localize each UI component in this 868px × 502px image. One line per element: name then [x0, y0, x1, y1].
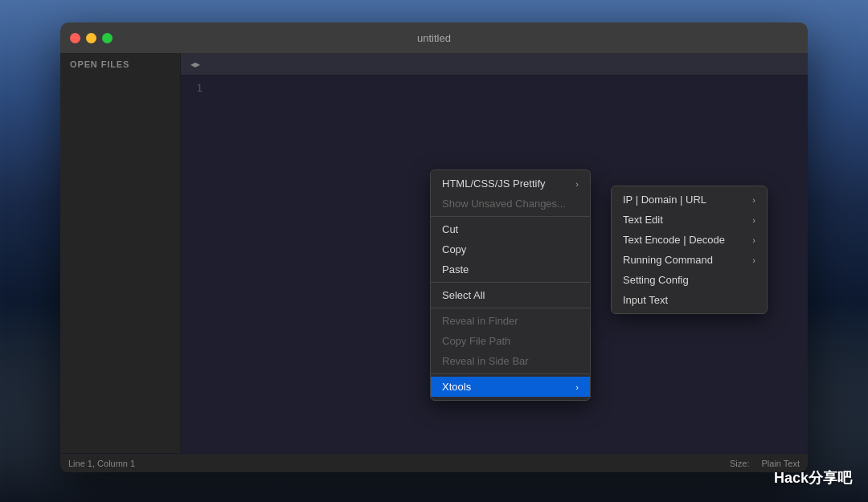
window-body: OPEN FILES ◂▸ 1 HTML/CSS/JS Prettify›Sho…	[60, 53, 808, 453]
editor-toolbar: ◂▸	[181, 53, 808, 76]
submenu-label-text-edit: Text Edit	[623, 214, 663, 226]
editor-area[interactable]: ◂▸ 1 HTML/CSS/JS Prettify›Show Unsaved C…	[181, 53, 808, 453]
submenu-label-setting-config: Setting Config	[623, 274, 689, 286]
menu-item-select-all[interactable]: Select All	[431, 285, 590, 305]
menu-item-label-copy: Copy	[442, 243, 466, 255]
menu-item-label-show-unsaved: Show Unsaved Changes...	[442, 198, 566, 210]
title-bar: untitled	[60, 22, 808, 53]
menu-separator-paste	[431, 282, 590, 283]
status-right: Size: Plain Text	[730, 459, 800, 468]
menu-item-html-prettify[interactable]: HTML/CSS/JS Prettify›	[431, 173, 590, 194]
menu-item-label-cut: Cut	[442, 223, 458, 235]
menu-item-label-paste: Paste	[442, 263, 469, 275]
submenu-item-ip-domain-url[interactable]: IP | Domain | URL›	[612, 190, 767, 210]
menu-item-label-xtools: Xtools	[442, 381, 471, 393]
format-label: Plain Text	[762, 459, 800, 468]
menu-item-reveal-finder: Reveal in Finder	[431, 311, 590, 331]
close-button[interactable]	[70, 33, 80, 43]
menu-item-copy-file-path: Copy File Path	[431, 331, 590, 351]
submenu-label-ip-domain-url: IP | Domain | URL	[623, 194, 706, 206]
submenu-arrow-ip-domain-url: ›	[752, 195, 755, 205]
submenu: IP | Domain | URL›Text Edit›Text Encode …	[611, 186, 768, 314]
menu-item-xtools[interactable]: Xtools›	[431, 377, 590, 397]
line-number-1: 1	[187, 80, 203, 97]
sidebar: OPEN FILES	[60, 53, 181, 453]
submenu-item-input-text[interactable]: Input Text	[612, 290, 767, 310]
menu-separator-show-unsaved	[431, 216, 590, 217]
maximize-button[interactable]	[102, 33, 113, 43]
menu-item-label-copy-file-path: Copy File Path	[442, 335, 510, 347]
menu-item-label-select-all: Select All	[442, 289, 485, 301]
submenu-label-text-encode-decode: Text Encode | Decode	[623, 234, 725, 246]
submenu-arrow-running-command: ›	[752, 255, 755, 265]
menu-item-paste[interactable]: Paste	[431, 259, 590, 280]
menu-item-label-html-prettify: HTML/CSS/JS Prettify	[442, 178, 546, 190]
size-label: Size:	[730, 459, 749, 468]
watermark-text: Hack分享吧	[774, 470, 852, 486]
line-numbers: 1	[181, 76, 209, 453]
watermark: Hack分享吧	[774, 468, 852, 488]
sidebar-header: OPEN FILES	[60, 53, 180, 76]
menu-item-reveal-sidebar: Reveal in Side Bar	[431, 351, 590, 371]
submenu-arrow-text-encode-decode: ›	[752, 235, 755, 245]
traffic-lights	[70, 33, 113, 43]
window-title: untitled	[417, 32, 451, 44]
submenu-arrow-text-edit: ›	[752, 215, 755, 225]
menu-separator-select-all	[431, 308, 590, 308]
menu-item-show-unsaved: Show Unsaved Changes...	[431, 194, 590, 214]
cursor-position: Line 1, Column 1	[68, 459, 135, 468]
submenu-label-running-command: Running Command	[623, 254, 713, 266]
submenu-item-running-command[interactable]: Running Command›	[612, 250, 767, 270]
menu-arrow-xtools: ›	[575, 382, 579, 392]
menu-item-copy[interactable]: Copy	[431, 239, 590, 259]
submenu-item-text-encode-decode[interactable]: Text Encode | Decode›	[612, 230, 767, 250]
menu-separator-reveal-sidebar	[431, 373, 590, 374]
menu-item-label-reveal-sidebar: Reveal in Side Bar	[442, 355, 529, 367]
submenu-label-input-text: Input Text	[623, 294, 668, 306]
main-window: untitled OPEN FILES ◂▸ 1 HTML/CSS/JS Pre…	[60, 22, 808, 472]
toolbar-arrows[interactable]: ◂▸	[187, 57, 203, 71]
menu-arrow-html-prettify: ›	[575, 179, 579, 189]
submenu-item-setting-config[interactable]: Setting Config	[612, 270, 767, 290]
status-bar: Line 1, Column 1 Size: Plain Text	[60, 453, 808, 472]
context-menu: HTML/CSS/JS Prettify›Show Unsaved Change…	[430, 169, 591, 401]
menu-item-label-reveal-finder: Reveal in Finder	[442, 315, 518, 327]
menu-item-cut[interactable]: Cut	[431, 219, 590, 239]
submenu-item-text-edit[interactable]: Text Edit›	[612, 210, 767, 230]
minimize-button[interactable]	[86, 33, 96, 43]
